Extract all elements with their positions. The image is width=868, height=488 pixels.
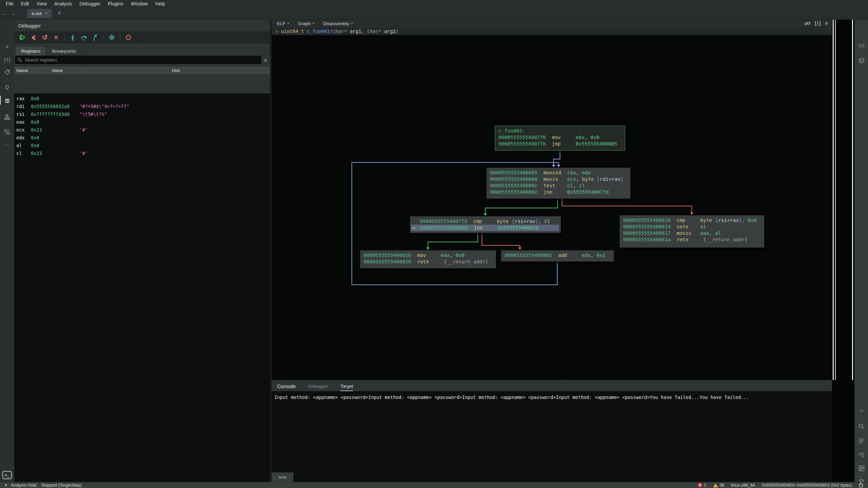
table-row[interactable]: ecx0x23'#' bbox=[14, 126, 270, 134]
instruction-line[interactable]: 000055555540081a retn {__return_addr} bbox=[620, 237, 764, 243]
instruction-line[interactable]: 0000555555400817 movzx eax, al bbox=[620, 230, 764, 237]
instruction-line[interactable]: 000055555540080e jne 0x5555554007fd bbox=[487, 189, 630, 195]
stack-layers-icon[interactable] bbox=[855, 55, 868, 66]
table-row[interactable]: eax0x0 bbox=[14, 118, 270, 126]
table-row[interactable]: rdi0x5555556032a0"#?=5#$\"9>7<?>77" bbox=[14, 102, 270, 110]
register-name: cl bbox=[14, 151, 31, 156]
instruction-line[interactable]: c_fun001: bbox=[495, 128, 625, 134]
table-row[interactable]: edx0x0 bbox=[14, 134, 270, 141]
graph-view-pane[interactable]: c_fun001:00005555554007f6 mov edx, 0x000… bbox=[272, 20, 832, 380]
document-tab[interactable]: a.out ● bbox=[27, 9, 52, 18]
location-pin-icon[interactable] bbox=[0, 83, 14, 93]
tab-breakpoints[interactable]: Breakpoints bbox=[46, 46, 82, 55]
status-bar: × Analysis Hold Stopped (SingleStep) ×2 … bbox=[0, 482, 868, 488]
new-tab-button[interactable]: + bbox=[58, 10, 61, 17]
table-row[interactable]: al0x0 bbox=[14, 141, 270, 149]
edge-true bbox=[428, 233, 478, 248]
step-return-button[interactable] bbox=[91, 33, 99, 41]
column-value[interactable]: Value bbox=[33, 68, 82, 73]
instruction-line[interactable]: 0000555555400808 movzx ecx, byte [rdi+ra… bbox=[487, 176, 630, 182]
history-icon[interactable] bbox=[855, 450, 868, 460]
lock-icon[interactable] bbox=[859, 482, 863, 488]
components-grid-icon[interactable] bbox=[855, 463, 868, 473]
instruction-line[interactable]: 0000555555400814 sete al bbox=[620, 224, 764, 230]
debugger-icon[interactable] bbox=[0, 95, 14, 105]
log-lines-icon[interactable] bbox=[855, 436, 868, 446]
console-log[interactable]: Input method: <appname> <password>Input … bbox=[272, 391, 832, 472]
current-instruction-line[interactable]: → 0000555555400800 jne 0x55555540081b bbox=[411, 225, 559, 231]
more-panels-icon[interactable]: ⋯ bbox=[0, 140, 14, 150]
mini-graph-icon[interactable] bbox=[0, 112, 14, 122]
find-icon[interactable] bbox=[855, 421, 868, 432]
panel-resize-handle[interactable]: ...... bbox=[137, 42, 148, 47]
console-input[interactable] bbox=[293, 472, 832, 482]
feature-map-mark bbox=[835, 20, 836, 380]
warning-count[interactable]: 38 bbox=[713, 483, 724, 488]
resume-button[interactable] bbox=[18, 33, 26, 41]
menu-edit[interactable]: Edit bbox=[17, 1, 33, 6]
column-name[interactable]: Name bbox=[14, 68, 33, 73]
register-name: al bbox=[14, 143, 31, 148]
register-value: 0x0 bbox=[31, 96, 79, 101]
instruction-line[interactable]: 00005555554007f6 mov edx, 0x0 bbox=[495, 134, 625, 141]
menu-view[interactable]: View bbox=[33, 1, 51, 6]
step-into-button[interactable] bbox=[69, 33, 77, 41]
instruction-line[interactable]: 00005555554007fb jmp 0x555555400805 bbox=[495, 141, 625, 147]
feature-map-mark bbox=[833, 20, 834, 380]
back-arrow-icon[interactable]: ← bbox=[0, 11, 9, 17]
instruction-line[interactable]: 0000555555400820 retn {__return_addr} bbox=[360, 259, 496, 265]
instruction-line[interactable]: 000055555540081b mov eax, 0x0 bbox=[360, 252, 496, 259]
graph-block-loop-head[interactable]: 0000555555400805 movsxd rax, edx00005555… bbox=[486, 168, 631, 199]
tag-icon[interactable] bbox=[0, 67, 14, 77]
error-count[interactable]: ×2 bbox=[698, 483, 706, 488]
register-search-box bbox=[15, 56, 261, 64]
step-over-button[interactable] bbox=[80, 33, 88, 41]
tab-registers[interactable]: Registers bbox=[15, 46, 46, 55]
menu-window[interactable]: Window bbox=[127, 1, 151, 6]
menu-plugins[interactable]: Plugins bbox=[104, 1, 127, 6]
tab-console-debugger[interactable]: Debugger bbox=[308, 384, 328, 391]
feature-map[interactable] bbox=[832, 20, 854, 482]
instruction-line[interactable]: 00005555554007fd cmp byte [rsi+rax], cl bbox=[410, 218, 561, 225]
graph-block-exit-check[interactable]: 0000555555400810 cmp byte [rsi+rax], 0x0… bbox=[619, 215, 764, 248]
types-icon[interactable]: {T} bbox=[0, 55, 14, 65]
clear-analysis-icon[interactable]: × bbox=[5, 483, 7, 488]
debugger-panel-title: Debugger bbox=[14, 20, 270, 31]
graph-block-compare[interactable]: 00005555554007fd cmp byte [rsi+rax], cl→… bbox=[410, 216, 561, 233]
vertical-splitter[interactable] bbox=[270, 20, 272, 482]
settings-gear-button[interactable] bbox=[108, 33, 116, 41]
list-options-icon[interactable]: ≡ bbox=[261, 57, 270, 63]
debugger-toolbar: ↺ × bbox=[14, 31, 270, 43]
instruction-line[interactable]: 0000555555400802 add edx, 0x1 bbox=[501, 252, 614, 259]
attach-button[interactable] bbox=[30, 33, 38, 41]
menu-analysis[interactable]: Analysis bbox=[51, 1, 76, 6]
variables-icon[interactable]: (x) bbox=[855, 40, 868, 50]
edge-false bbox=[482, 233, 520, 248]
column-hint[interactable]: Hint bbox=[82, 68, 270, 73]
instruction-line[interactable]: 000055555540080c test cl, cl bbox=[487, 182, 630, 189]
console-resize-handle[interactable]: ...... bbox=[561, 377, 573, 382]
tab-console-target[interactable]: Target bbox=[340, 384, 353, 391]
feature-map-mark bbox=[852, 20, 853, 380]
cross-references-icon[interactable] bbox=[0, 127, 14, 137]
menu-file[interactable]: File bbox=[2, 1, 17, 6]
graph-block-fail-ret[interactable]: 000055555540081b mov eax, 0x000005555554… bbox=[360, 250, 496, 268]
instruction-line[interactable]: 0000555555400805 movsxd rax, edx bbox=[487, 170, 630, 176]
breakpoint-button[interactable] bbox=[124, 33, 132, 41]
table-row[interactable]: rsi0x7fffffffd3d0"\t5#\t?%" bbox=[14, 110, 270, 118]
graph-block-increment[interactable]: 0000555555400802 add edx, 0x1 bbox=[501, 250, 614, 262]
strings-quotes-icon[interactable]: ”” bbox=[855, 406, 868, 417]
scripting-console-icon[interactable]: >_ bbox=[2, 471, 12, 479]
menu-debugger[interactable]: Debugger bbox=[76, 1, 104, 6]
graph-block-entry[interactable]: c_fun001:00005555554007f6 mov edx, 0x000… bbox=[495, 126, 625, 151]
debugger-panel: Debugger ↺ × Registers Breakpoints ≡ bbox=[14, 20, 270, 482]
instruction-line[interactable]: 0000555555400810 cmp byte [rsi+rax], 0x0 bbox=[620, 217, 764, 224]
forward-arrow-icon[interactable]: → bbox=[9, 11, 18, 17]
kill-button[interactable]: × bbox=[52, 33, 60, 41]
search-registers-input[interactable] bbox=[24, 57, 259, 63]
menu-help[interactable]: Help bbox=[151, 1, 169, 6]
table-row[interactable]: rax0x0 bbox=[14, 94, 270, 102]
table-row[interactable]: cl0x23'#' bbox=[14, 149, 270, 157]
symbols-icon[interactable]: # bbox=[0, 41, 14, 52]
restart-button[interactable]: ↺ bbox=[41, 33, 49, 41]
